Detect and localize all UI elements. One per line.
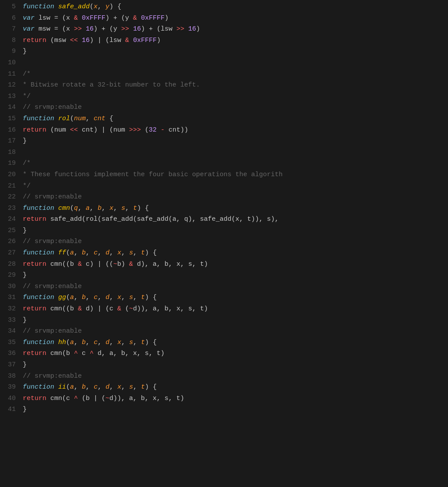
code-line: function cmn(q, a, b, x, s, t) { (23, 203, 448, 215)
op-token: & (133, 14, 137, 22)
plain-token (54, 383, 58, 391)
plain-token: ) (196, 25, 200, 33)
param-token: b (98, 205, 102, 212)
fn-token: gg (58, 294, 66, 301)
code-line: return (num << cnt) | (num >>> (32 - cnt… (23, 125, 448, 136)
line-number: 41 (0, 404, 16, 416)
param-token: cnt (94, 115, 105, 122)
param-token: q (74, 205, 78, 212)
op-token: >>> (129, 126, 141, 134)
line-number: 29 (0, 270, 16, 282)
op-token: & (125, 37, 129, 44)
plain-token: (b | ( (78, 395, 105, 402)
fn-token: hh (58, 339, 66, 346)
plain-token: , (121, 249, 129, 257)
code-line: */ (23, 181, 448, 192)
fn-token: safe_add (58, 3, 90, 10)
plain-token: , (121, 294, 129, 301)
plain-token (184, 25, 188, 33)
line-number: 19 (0, 158, 16, 170)
num-token: 16 (86, 25, 94, 33)
param-token: t (141, 249, 145, 257)
param-token: s (129, 383, 133, 391)
param-token: c (94, 249, 98, 257)
param-token: x (94, 3, 98, 10)
op-token: ^ (74, 350, 78, 357)
line-number: 39 (0, 382, 16, 393)
plain-token: , (74, 294, 82, 301)
code-line: } (23, 136, 448, 147)
line-number: 26 (0, 237, 16, 248)
op-token: ~ (113, 261, 117, 268)
num-token: 16 (82, 37, 90, 44)
plain-token: , (98, 249, 105, 257)
cmt-token: * These functions implement the four bas… (23, 171, 283, 178)
plain-token: + (y (109, 14, 133, 22)
kw-token: function (23, 249, 54, 257)
param-token: t (141, 339, 145, 346)
line-number: 5 (0, 2, 16, 13)
param-token: x (117, 294, 121, 301)
line-number: 28 (0, 259, 16, 271)
param-token: s (129, 339, 133, 346)
param-token: s (121, 205, 125, 212)
plain-token: , (98, 3, 105, 10)
plain-token: ( (66, 294, 70, 301)
plain-token: , (74, 249, 82, 257)
op-token: & (129, 261, 133, 268)
plain-token: lsw = (x (35, 14, 74, 22)
plain-token: , (121, 339, 129, 346)
code-line: function hh(a, b, c, d, x, s, t) { (23, 337, 448, 349)
line-number: 11 (0, 69, 16, 80)
kw-token: function (23, 339, 54, 346)
plain-token: } (23, 317, 27, 324)
line-number: 14 (0, 102, 16, 114)
kw-token: function (23, 3, 54, 10)
hex-token: 0xFFFF (82, 14, 105, 22)
line-number: 6 (0, 13, 16, 24)
code-line: */ (23, 91, 448, 103)
line-number: 16 (0, 125, 16, 136)
plain-token: d) | (c (82, 305, 117, 313)
plain-token: d)), a, b, x, s, t) (133, 305, 208, 313)
plain-token: msw = (x (35, 25, 74, 33)
plain-token: , (86, 249, 94, 257)
plain-token: , (74, 383, 82, 391)
line-number: 33 (0, 315, 16, 327)
line-number: 9 (0, 46, 16, 58)
param-token: c (94, 339, 98, 346)
plain-token: , (109, 383, 117, 391)
param-token: a (70, 294, 74, 301)
plain-token: , (121, 383, 129, 391)
code-line: } (23, 46, 448, 58)
plain-token: ( (66, 339, 70, 346)
code-line: function ii(a, b, c, d, x, s, t) { (23, 382, 448, 393)
code-line (23, 147, 448, 159)
op-token: << (70, 37, 78, 44)
op-token: ^ (74, 395, 78, 402)
plain-token: b) (117, 261, 129, 268)
code-line: } (23, 270, 448, 282)
op-token: >> (74, 25, 82, 33)
code-editor: 5678910111213141516171819202122232425262… (0, 0, 448, 417)
line-number: 35 (0, 337, 16, 349)
plain-token: ( (66, 383, 70, 391)
plain-token: } (23, 227, 27, 234)
plain-token: , (133, 294, 141, 301)
kw-token: var (23, 25, 35, 33)
line-number: 32 (0, 304, 16, 315)
num-token: 16 (133, 25, 141, 33)
plain-token (54, 205, 58, 212)
plain-token: , (133, 383, 141, 391)
plain-token: ) { (145, 294, 157, 301)
code-line: return cmn((b & c) | ((~b) & d), a, b, x… (23, 259, 448, 271)
param-token: d (105, 383, 109, 391)
op-token: return (23, 37, 46, 44)
code-line: function rol(num, cnt { (23, 114, 448, 125)
plain-token: } (23, 137, 27, 145)
line-number: 27 (0, 248, 16, 259)
param-token: x (117, 339, 121, 346)
hex-token: 0xFFFF (133, 37, 157, 44)
plain-token: cnt) | (num (78, 126, 129, 134)
op-token: << (70, 126, 78, 134)
